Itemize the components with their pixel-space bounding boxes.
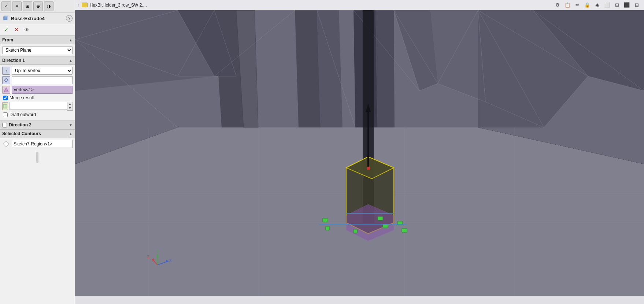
draft-outward-label: Draft outward bbox=[10, 112, 36, 117]
preview-button[interactable]: 👁 bbox=[23, 26, 31, 34]
merge-result-label: Merge result bbox=[10, 95, 34, 100]
main-area: › HexBitHolder_3 row_SW 2.... ⚙ 📋 ✏ 🔒 ◉ … bbox=[75, 0, 644, 304]
tool-edit-btn[interactable]: ✏ bbox=[573, 1, 582, 10]
vertex-row: Vertex<1> bbox=[2, 86, 73, 94]
svg-rect-66 bbox=[378, 216, 383, 220]
direction1-flip-btn[interactable]: ↑ bbox=[2, 67, 10, 75]
contour-item-row: Sketch7-Region<1> bbox=[2, 140, 73, 148]
contour-diamond-icon bbox=[2, 140, 10, 148]
toolbar-btn-color[interactable]: ◑ bbox=[44, 1, 53, 11]
file-icon-yellow bbox=[82, 3, 88, 7]
svg-rect-64 bbox=[326, 226, 329, 230]
direction1-label: Direction 1 bbox=[2, 58, 25, 63]
direction1-number-input[interactable] bbox=[10, 102, 67, 110]
top-bar-title: HexBitHolder_3 row_SW 2.... bbox=[90, 3, 147, 8]
merge-result-row: Merge result bbox=[2, 95, 73, 100]
tool-dark-btn[interactable]: ⬛ bbox=[622, 1, 631, 10]
file-icon bbox=[81, 1, 88, 9]
viewport-svg: X Y Z bbox=[75, 10, 644, 296]
svg-text:Y: Y bbox=[157, 249, 159, 253]
svg-rect-65 bbox=[354, 229, 357, 233]
scroll-indicator bbox=[36, 152, 38, 163]
from-collapse-arrow: ▲ bbox=[69, 38, 73, 42]
number-icon bbox=[2, 102, 8, 110]
draft-outward-checkbox[interactable] bbox=[3, 112, 8, 117]
panel-toolbar: ✓ ≡ ⊞ ⊕ ◑ bbox=[0, 0, 75, 13]
selected-contours-header[interactable]: Selected Contours ▲ bbox=[0, 129, 75, 138]
svg-marker-16 bbox=[375, 10, 395, 127]
action-row: ✓ ✕ 👁 bbox=[0, 24, 75, 36]
direction1-type-dropdown[interactable]: Up To Vertex Blind Up To Surface Offset … bbox=[12, 67, 73, 75]
confirm-button[interactable]: ✓ bbox=[2, 26, 10, 34]
direction2-collapse-arrow: ▼ bbox=[69, 123, 73, 127]
toolbar-btn-crosshair[interactable]: ⊕ bbox=[33, 1, 43, 11]
tool-grid-btn[interactable]: ⊞ bbox=[612, 1, 621, 10]
svg-rect-63 bbox=[323, 218, 328, 222]
top-bar: › HexBitHolder_3 row_SW 2.... ⚙ 📋 ✏ 🔒 ◉ … bbox=[75, 0, 644, 10]
svg-marker-14 bbox=[317, 10, 343, 127]
from-section-header[interactable]: From ▲ bbox=[0, 36, 75, 44]
vertex-icon bbox=[2, 86, 10, 94]
feature-title: Boss-Extrude4 bbox=[11, 16, 64, 21]
svg-marker-2 bbox=[4, 88, 8, 92]
toolbar-btn-check[interactable]: ✓ bbox=[1, 1, 11, 11]
from-label: From bbox=[2, 37, 13, 42]
contours-content: Sketch7-Region<1> bbox=[0, 138, 75, 150]
svg-rect-1 bbox=[4, 16, 8, 19]
toolbar-btn-list[interactable]: ≡ bbox=[12, 1, 22, 11]
tool-square-btn[interactable]: ⬜ bbox=[603, 1, 611, 10]
direction2-row: Direction 2 ▼ bbox=[0, 121, 75, 129]
spin-down-button[interactable]: ▼ bbox=[67, 106, 73, 110]
bottom-bar bbox=[75, 296, 644, 304]
direction1-target-icon bbox=[2, 76, 10, 84]
svg-text:X: X bbox=[169, 259, 172, 263]
top-bar-tools: ⚙ 📋 ✏ 🔒 ◉ ⬜ ⊞ ⬛ ⊟ bbox=[553, 1, 641, 10]
merge-result-checkbox[interactable] bbox=[3, 96, 8, 100]
scroll-indicator-container bbox=[0, 151, 75, 164]
number-spin: ▲ ▼ bbox=[67, 102, 73, 111]
tool-settings-btn[interactable]: ⚙ bbox=[553, 1, 562, 10]
eye-icon: 👁 bbox=[25, 27, 29, 33]
viewport[interactable]: X Y Z bbox=[75, 10, 644, 296]
tool-circle-btn[interactable]: ◉ bbox=[593, 1, 602, 10]
direction1-collapse-arrow: ▲ bbox=[69, 59, 73, 63]
direction1-section-header[interactable]: Direction 1 ▲ bbox=[0, 56, 75, 65]
direction1-target-input[interactable] bbox=[12, 76, 73, 84]
feature-title-row: Boss-Extrude4 ? bbox=[0, 13, 75, 24]
left-panel: ✓ ≡ ⊞ ⊕ ◑ Boss-Extrude4 ? ✓ ✕ 👁 From ▲ bbox=[0, 0, 75, 304]
cancel-button[interactable]: ✕ bbox=[12, 26, 21, 34]
svg-rect-67 bbox=[383, 224, 388, 228]
help-button[interactable]: ? bbox=[66, 15, 73, 22]
toolbar-btn-grid[interactable]: ⊞ bbox=[23, 1, 32, 11]
direction1-content: ↑ Up To Vertex Blind Up To Surface Offse… bbox=[0, 65, 75, 121]
number-input-wrapper: ▲ ▼ bbox=[10, 102, 73, 111]
draft-outward-row: Draft outward bbox=[2, 112, 73, 117]
number-input-row: ▲ ▼ bbox=[2, 102, 73, 111]
direction1-target-row bbox=[2, 76, 73, 84]
svg-rect-70 bbox=[367, 167, 370, 170]
svg-text:Z: Z bbox=[147, 255, 149, 259]
direction1-type-row: ↑ Up To Vertex Blind Up To Surface Offse… bbox=[2, 67, 73, 75]
diamond-shape bbox=[3, 141, 10, 147]
from-section-content: Sketch Plane Surface/Face/Plane Vertex O… bbox=[0, 44, 75, 56]
tool-view-btn[interactable]: 📋 bbox=[563, 1, 572, 10]
vertex-field[interactable]: Vertex<1> bbox=[12, 86, 73, 94]
feature-icon bbox=[2, 15, 10, 22]
check-icon: ✓ bbox=[4, 26, 9, 33]
tool-split-btn[interactable]: ⊟ bbox=[632, 1, 641, 10]
x-icon: ✕ bbox=[14, 26, 19, 33]
svg-rect-69 bbox=[402, 229, 407, 232]
selected-contours-label: Selected Contours bbox=[2, 131, 41, 136]
tool-lock-btn[interactable]: 🔒 bbox=[583, 1, 592, 10]
direction2-label: Direction 2 bbox=[9, 122, 67, 127]
contour-field[interactable]: Sketch7-Region<1> bbox=[12, 140, 73, 148]
spin-up-button[interactable]: ▲ bbox=[67, 102, 73, 106]
selected-contours-collapse-arrow: ▲ bbox=[69, 132, 73, 136]
from-dropdown[interactable]: Sketch Plane Surface/Face/Plane Vertex O… bbox=[2, 46, 73, 54]
direction2-checkbox[interactable] bbox=[2, 123, 7, 127]
svg-marker-13 bbox=[295, 10, 321, 127]
breadcrumb-arrow[interactable]: › bbox=[78, 3, 79, 7]
